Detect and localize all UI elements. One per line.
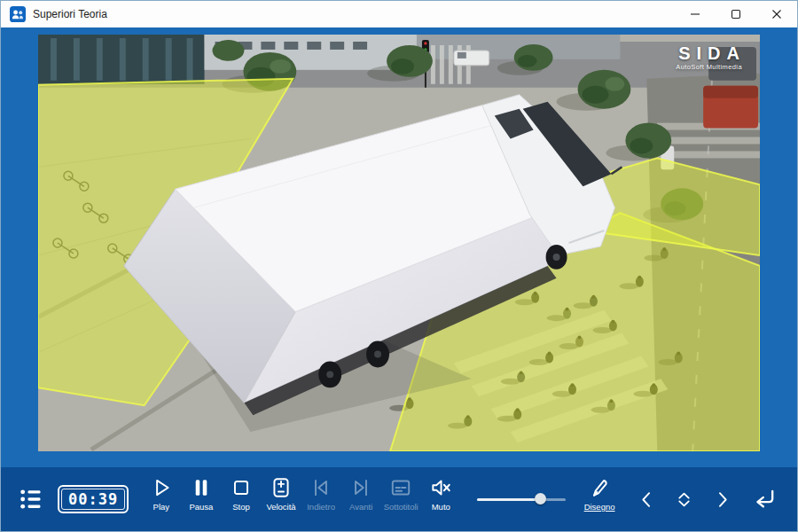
chevron-left-icon [636, 489, 658, 511]
title-bar: Superiori Teoria [1, 1, 797, 27]
window-controls [675, 1, 797, 27]
back-button[interactable]: Indietro [301, 467, 341, 531]
skip-forward-icon [349, 476, 372, 499]
stop-label: Stop [232, 502, 250, 512]
subtitles-label: Sottotitoli [384, 502, 419, 512]
chevron-right-icon [711, 489, 733, 511]
chevron-up-down-icon [673, 489, 695, 511]
speed-button[interactable]: Velocità [261, 467, 301, 531]
maximize-button[interactable] [716, 1, 756, 27]
volume-slider[interactable] [477, 490, 566, 508]
mute-label: Muto [432, 502, 450, 512]
speed-label: Velocità [266, 502, 295, 512]
skip-back-icon [309, 476, 332, 499]
nav-next-button[interactable] [703, 467, 740, 531]
pause-label: Pausa [189, 502, 213, 512]
draw-label: Disegno [584, 502, 615, 512]
minimize-icon [690, 9, 700, 20]
back-label: Indietro [307, 502, 335, 512]
sida-logo: SIDA AutoSoft Multimedia [672, 43, 746, 71]
stop-button[interactable]: Stop [221, 467, 261, 531]
pen-icon [588, 476, 611, 499]
player-toolbar: 00:39 Play Pausa Stop Velocità Indietro [1, 467, 797, 531]
playlist-menu-button[interactable] [12, 467, 51, 531]
speed-icon [270, 476, 293, 499]
timer-display: 00:39 [58, 485, 129, 513]
return-arrow-icon [750, 486, 778, 513]
nav-previous-button[interactable] [629, 467, 666, 531]
close-button[interactable] [756, 1, 797, 27]
window-title: Superiori Teoria [33, 8, 107, 20]
mute-button[interactable]: Muto [421, 467, 461, 531]
app-window: Superiori Teoria [0, 0, 798, 532]
sida-logo-subtitle: AutoSoft Multimedia [672, 63, 746, 71]
stop-icon [230, 476, 253, 499]
pause-icon [190, 476, 213, 499]
volume-slider-handle[interactable] [535, 493, 546, 505]
sida-logo-text: SIDA [672, 43, 746, 64]
play-button[interactable]: Play [141, 467, 181, 531]
video-player: SIDA AutoSoft Multimedia [38, 35, 760, 451]
volume-slider-track[interactable] [477, 498, 566, 501]
play-icon [150, 476, 173, 499]
video-frame-street-scene [38, 35, 760, 451]
volume-slider-fill [477, 498, 541, 501]
playlist-menu-icon [19, 487, 43, 512]
forward-label: Avanti [349, 502, 372, 512]
draw-button[interactable]: Disegno [580, 467, 620, 531]
play-label: Play [153, 502, 169, 512]
timer-value: 00:39 [61, 489, 125, 510]
app-people-icon [10, 6, 26, 22]
minimize-button[interactable] [675, 1, 716, 27]
subtitles-icon [389, 476, 412, 499]
nav-expand-button[interactable] [666, 467, 703, 531]
content-area: SIDA AutoSoft Multimedia [1, 27, 797, 467]
forward-button[interactable]: Avanti [341, 467, 381, 531]
close-icon [771, 9, 782, 20]
subtitles-button[interactable]: Sottotitoli [381, 467, 421, 531]
maximize-icon [731, 9, 741, 20]
exit-return-button[interactable] [740, 467, 786, 531]
mute-icon [429, 476, 452, 499]
pause-button[interactable]: Pausa [181, 467, 221, 531]
